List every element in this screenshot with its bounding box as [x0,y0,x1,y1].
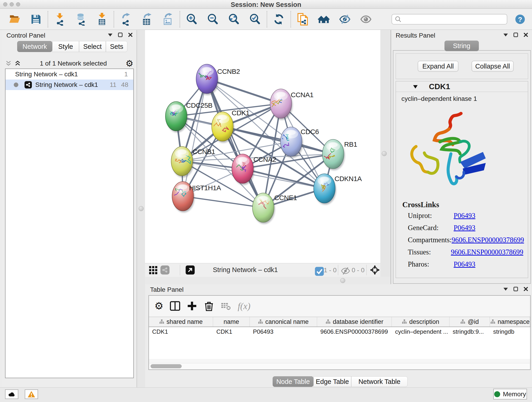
tab-network[interactable]: Network [17,41,52,52]
table-horizontal-scrollbar[interactable] [149,363,530,369]
tab-select[interactable]: Select [79,41,106,52]
panel-float-icon[interactable] [118,32,123,37]
right-splitter[interactable] [380,30,391,284]
save-session-icon[interactable] [29,11,43,28]
add-column-icon[interactable] [187,301,197,311]
network-node-CCNA2[interactable] [232,154,254,185]
column-header-namespace[interactable]: namespace [490,317,530,327]
open-new-window-icon[interactable] [185,265,195,275]
scrollbar-thumb[interactable] [151,364,182,368]
network-node-RB1[interactable] [322,139,345,170]
network-collection-row[interactable]: String Network – cdk1 1 [6,69,133,80]
current-network-dot-icon [14,83,18,87]
gene-section-header[interactable]: CDK1 [396,81,528,92]
table-cell[interactable]: cyclin–dependent ... [392,327,449,336]
panel-float-icon[interactable] [513,287,518,292]
table-cell[interactable]: CDK1 [149,327,213,336]
gene-name: CDK1 [429,82,450,91]
birdseye-icon[interactable] [370,265,380,275]
houses-icon[interactable] [317,11,330,28]
status-bar: Memory [0,387,532,402]
network-edge[interactable] [183,196,263,208]
refresh-icon[interactable] [272,11,285,28]
network-node-CCNE1[interactable] [253,193,275,224]
grid-icon[interactable] [148,265,158,275]
panel-collapse-icon[interactable] [503,32,508,37]
panel-float-icon[interactable] [513,32,518,37]
results-panel: Results Panel String Expand All Collapse… [391,30,532,284]
section-collapse-icon[interactable] [412,84,418,89]
tab-edge-table[interactable]: Edge Table [313,376,351,387]
expand-all-button[interactable]: Expand All [418,61,458,72]
column-header-shared-name[interactable]: shared name [149,317,213,327]
export-network-icon[interactable] [119,11,133,28]
left-splitter[interactable] [137,30,145,387]
gene-section: CDK1 cyclin–dependent kinase 1 [396,81,528,278]
zoom-in-icon[interactable] [185,11,198,28]
search-input[interactable] [404,15,504,23]
table-cell[interactable]: P06493 [250,327,317,336]
network-node-CDKN1A[interactable] [314,174,336,205]
table-cell[interactable]: CDK1 [213,327,250,336]
network-canvas[interactable]: CCNB2CCNA1CDC25BCDK1CDC6RB1CCNB1CCNA2CDK… [145,30,380,263]
memory-button[interactable]: Memory [493,389,527,400]
tab-node-table[interactable]: Node Table [273,376,313,387]
tab-sets[interactable]: Sets [106,41,127,52]
network-view: CCNB2CCNA1CDC25BCDK1CDC6RB1CCNB1CCNA2CDK… [145,30,380,277]
panel-close-icon[interactable] [128,32,133,37]
crosslink-link[interactable]: P06493 [454,211,475,220]
zoom-out-icon[interactable] [206,11,220,28]
network-node-CCNB1[interactable] [171,147,194,177]
cloud-button[interactable] [5,389,18,399]
tab-string[interactable]: String [444,41,479,51]
expand-all-icon[interactable] [14,60,21,67]
column-header-canonical-name[interactable]: canonical name [250,317,317,327]
panel-close-icon[interactable] [523,287,528,292]
network-options-gear-icon[interactable]: ⚙ [126,59,133,68]
table-cell[interactable]: 9606.ENSP00000378699 [317,327,392,336]
tab-network-table[interactable]: Network Table [351,376,408,387]
network-node-CDC6[interactable] [280,127,303,158]
table-row[interactable]: CDK1CDK1P064939606.ENSP00000378699cyclin… [149,327,530,336]
tab-style[interactable]: Style [52,41,79,52]
crosslink-link[interactable]: 9606.ENSP00000378699 [452,236,524,244]
warnings-button[interactable] [25,389,38,399]
node-table: shared namenamecanonical namedatabase id… [149,317,530,359]
open-session-icon[interactable] [8,11,22,28]
help-icon[interactable]: ? [515,14,525,24]
zoom-selected-icon[interactable] [248,11,262,28]
zoom-fit-icon[interactable] [227,11,241,28]
show-eye-icon[interactable] [359,11,373,28]
clone-network-icon[interactable] [296,11,309,28]
column-header-name[interactable]: name [213,317,250,327]
crosslink-row: Tissues:9606.ENSP00000378699 [408,248,523,260]
show-columns-icon[interactable] [170,301,180,311]
crosslink-link[interactable]: P06493 [454,260,475,268]
export-image-icon[interactable] [161,11,175,28]
import-table-icon[interactable] [95,11,109,28]
network-row-selected[interactable]: String Network – cdk1 11 48 [6,80,133,90]
collapse-all-button[interactable]: Collapse All [472,61,514,72]
delete-column-icon[interactable] [204,301,214,311]
network-list: String Network – cdk1 1 String Network –… [5,69,134,378]
column-header-@id[interactable]: @id [450,317,490,327]
horizontal-splitter[interactable] [145,277,391,284]
column-header-database-identifier[interactable]: database identifier [317,317,392,327]
hide-eye-icon[interactable] [338,11,351,28]
table-settings-gear-icon[interactable]: ⚙ [154,301,163,311]
collapse-all-icon[interactable] [5,60,12,67]
export-table-icon[interactable] [140,11,153,28]
table-cell[interactable]: stringdb [490,327,530,336]
import-network-icon[interactable] [53,11,66,28]
import-database-icon[interactable] [74,11,88,28]
column-header-description[interactable]: description [392,317,449,327]
panel-close-icon[interactable] [523,32,528,37]
table-cell[interactable]: stringdb:9... [450,327,490,336]
crosslink-link[interactable]: P06493 [454,224,475,232]
panel-collapse-icon[interactable] [108,32,113,37]
panel-collapse-icon[interactable] [503,287,508,292]
network-node-CCNB2[interactable] [196,64,219,95]
share-gray-icon[interactable] [160,265,170,275]
selected-checkbox-icon[interactable] [315,267,324,276]
crosslink-link[interactable]: 9606.ENSP00000378699 [451,248,523,256]
